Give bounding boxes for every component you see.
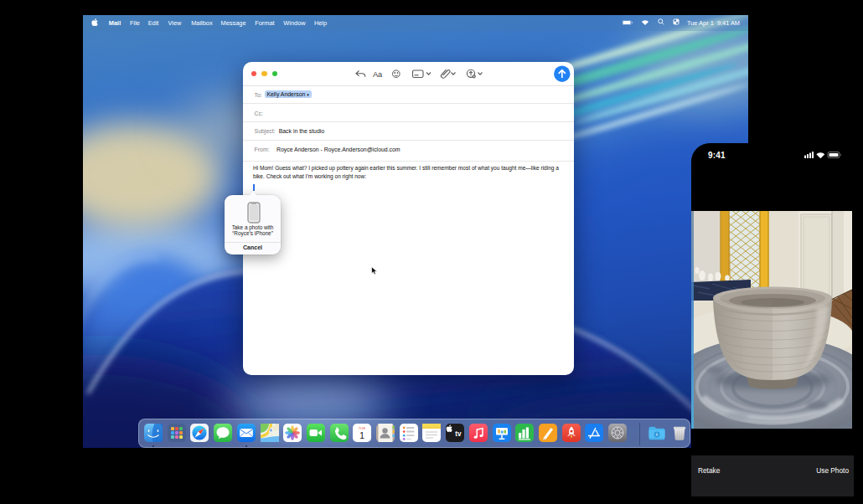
svg-text:Aa: Aa <box>373 70 383 79</box>
svg-text:tv: tv <box>455 430 462 438</box>
svg-text:1: 1 <box>359 430 364 440</box>
